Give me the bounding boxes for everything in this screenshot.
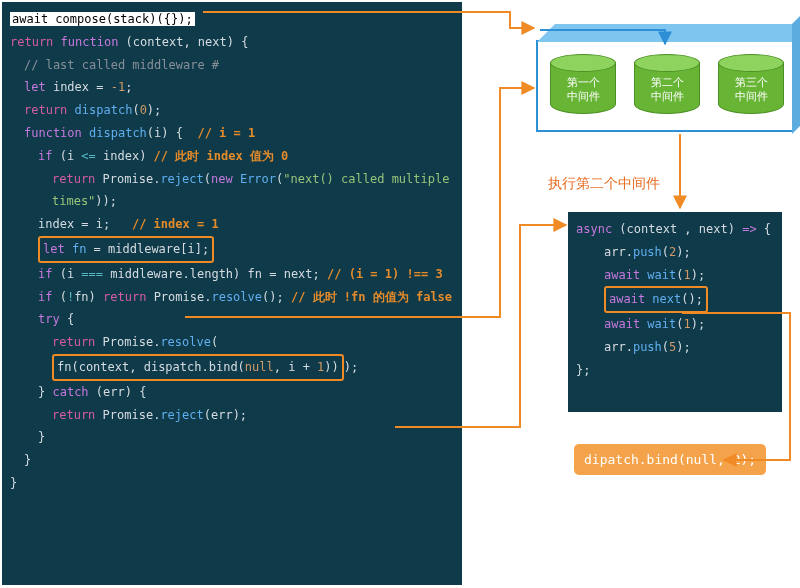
code-line-9: index = i; // index = 1 [10,213,454,236]
code-line-14: return Promise.resolve(fn(context, dispa… [10,331,454,381]
side-line-7: }; [576,359,774,382]
code-line-13: try { [10,308,454,331]
mw2-line2: 中间件 [651,90,684,102]
code-line-10: let fn = middleware[i]; [10,236,454,263]
code-line-6: function dispatch(i) { // i = 1 [10,122,454,145]
side-line-1: async (context , next) => { [576,218,774,241]
code-line-19: } [10,472,454,495]
code-line-18: } [10,449,454,472]
side-line-4: await next(); [576,286,774,313]
code-line-15: } catch (err) { [10,381,454,404]
middleware-cylinder-3: 第三个中间件 [718,54,784,116]
highlight-box-await-next: await next(); [604,286,708,313]
code-line-4: let index = -1; [10,76,454,99]
code-line-1: await compose(stack)({}); [10,8,454,31]
code-line-16: return Promise.reject(err); [10,404,454,427]
highlight-box-fn-call: fn(context, dispatch.bind(null, i + 1)) [52,354,344,381]
code-line-2: return function (context, next) { [10,31,454,54]
code-line-12: if (!fn) return Promise.resolve(); // 此时… [10,286,454,309]
side-line-6: arr.push(5); [576,336,774,359]
box-3d-side [792,6,800,134]
highlight-box-fn-assign: let fn = middleware[i]; [38,236,214,263]
code-line-7: if (i <= index) // 此时 index 值为 0 [10,145,454,168]
middleware-cylinder-2: 第二个中间件 [634,54,700,116]
exec-second-middleware-label: 执行第二个中间件 [548,175,660,193]
side-line-2: arr.push(2); [576,241,774,264]
mw1-line1: 第一个 [567,76,600,88]
middleware-cylinder-1: 第一个中间件 [550,54,616,116]
code-line-5: return dispatch(0); [10,99,454,122]
code-line-3: // last called middleware # [10,54,454,77]
box-3d-top [537,24,800,42]
code-line-17: } [10,426,454,449]
side-line-5: await wait(1); [576,313,774,336]
dispatch-bind-callout: dipatch.bind(null, 2); [574,444,766,475]
mw1-line2: 中间件 [567,90,600,102]
mw2-line1: 第二个 [651,76,684,88]
code-line-11: if (i === middleware.length) fn = next; … [10,263,454,286]
main-code-panel: await compose(stack)({}); return functio… [2,2,462,585]
mw3-line1: 第三个 [735,76,768,88]
mw3-line2: 中间件 [735,90,768,102]
side-line-3: await wait(1); [576,264,774,287]
middleware-stack-box: 第一个中间件 第二个中间件 第三个中间件 [536,40,794,132]
side-code-panel: async (context , next) => { arr.push(2);… [568,212,782,412]
code-line-8: return Promise.reject(new Error("next() … [10,168,454,214]
